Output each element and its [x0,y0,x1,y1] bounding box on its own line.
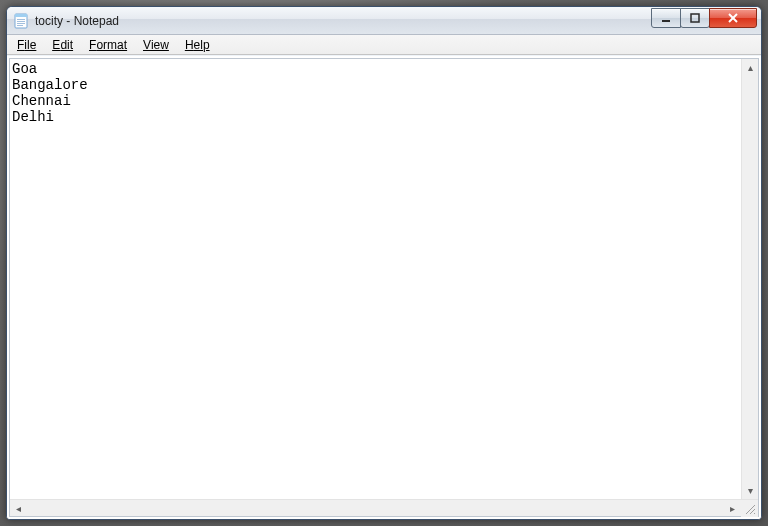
hscroll-track[interactable] [27,500,724,516]
scroll-down-arrow-icon[interactable]: ▾ [742,482,758,499]
menu-format[interactable]: Format [81,36,135,54]
svg-line-12 [754,513,755,514]
titlebar[interactable]: tocity - Notepad [7,7,761,35]
svg-rect-6 [662,20,670,22]
menu-help[interactable]: Help [177,36,218,54]
close-button[interactable] [709,8,757,28]
text-editor[interactable] [10,59,741,499]
menu-edit[interactable]: Edit [44,36,81,54]
notepad-window: tocity - Notepad File Edit Format View H… [6,6,762,520]
scroll-right-arrow-icon[interactable]: ▸ [724,500,741,517]
menu-view[interactable]: View [135,36,177,54]
editor-frame: ▴ ▾ ◂ ▸ [9,58,759,517]
scroll-left-arrow-icon[interactable]: ◂ [10,500,27,517]
window-title: tocity - Notepad [33,14,652,28]
resize-grip-icon[interactable] [741,500,758,517]
minimize-button[interactable] [651,8,681,28]
minimize-icon [660,12,672,24]
maximize-button[interactable] [680,8,710,28]
horizontal-scrollbar[interactable]: ◂ ▸ [10,499,758,516]
close-icon [726,12,740,24]
menu-file[interactable]: File [9,36,44,54]
vertical-scrollbar[interactable]: ▴ ▾ [741,59,758,499]
client-area: ▴ ▾ ◂ ▸ [7,55,761,519]
svg-rect-1 [15,14,27,17]
vscroll-track[interactable] [742,76,758,482]
maximize-icon [689,12,701,24]
scroll-up-arrow-icon[interactable]: ▴ [742,59,758,76]
svg-line-10 [746,505,755,514]
notepad-icon [13,13,29,29]
svg-rect-7 [691,14,699,22]
window-controls [652,8,757,28]
menubar: File Edit Format View Help [7,35,761,55]
